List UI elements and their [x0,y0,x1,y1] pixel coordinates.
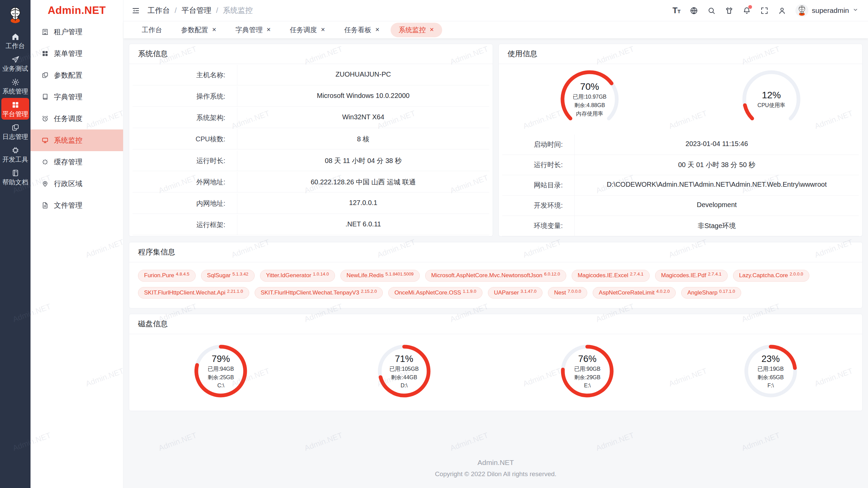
rail-item-log-mgmt[interactable]: 日志管理 [1,121,29,142]
rail-item-business-test[interactable]: 业务测试 [1,53,29,74]
close-icon[interactable]: ✕ [375,27,379,33]
sidebar-item-param-config[interactable]: 参数配置 [31,64,123,86]
assembly-name: SqlSugar [207,272,231,279]
assembly-version: 0.17.1.0 [719,289,735,294]
sidebar-item-label: 租户管理 [54,27,82,37]
info-row-label: 开发环境: [502,196,574,216]
assembly-tag: Lazy.Captcha.Core2.0.0.0 [733,270,809,282]
chip-icon [11,146,20,155]
system-info-title: 系统信息 [129,44,493,64]
collapse-menu-icon[interactable] [132,6,140,15]
assembly-version: 2.21.1.0 [227,289,243,294]
tab-task-board[interactable]: 任务看板✕ [336,23,388,37]
sidebar-item-admin-region[interactable]: 行政区域 [31,173,123,195]
sidebar-item-tenant-mgmt[interactable]: 租户管理 [31,21,123,43]
rail-item-platform-mgmt[interactable]: 平台管理 [1,98,29,120]
close-icon[interactable]: ✕ [321,27,325,33]
info-row-value: Development [574,196,859,216]
theme-icon[interactable] [725,6,733,15]
info-row-label: 内网地址: [133,194,237,214]
sidebar-item-label: 系统监控 [54,136,82,145]
info-row-value: 非Stage环境 [574,216,859,236]
disk-used: 已用:94GB [208,366,234,373]
rail-item-dev-tools[interactable]: 开发工具 [1,143,29,165]
assembly-version: 4.0.2.0 [656,289,670,294]
assembly-tag-list: Furion.Pure4.8.4.5SqlSugar5.1.3.42Yitter… [129,262,862,308]
tab-param-config[interactable]: 参数配置✕ [173,23,224,37]
sidebar-item-menu-mgmt[interactable]: 菜单管理 [31,43,123,64]
assembly-tag: Microsoft.AspNetCore.Mvc.NewtonsoftJson6… [425,270,566,282]
assembly-tag: SKIT.FlurlHttpClient.Wechat.TenpayV32.15… [255,287,383,299]
info-row-label: 运行时长: [133,151,237,171]
bell-icon[interactable] [743,6,751,15]
sidebar-item-dict-mgmt[interactable]: 字典管理 [31,86,123,108]
rail-item-system-mgmt[interactable]: 系统管理 [1,75,29,97]
sidebar-item-system-monitor[interactable]: 系统监控 [31,129,123,151]
assembly-tag: AngleSharp0.17.1.0 [681,287,741,299]
disk-text: 71%已用:105GB剩余:44GBD:\ [376,343,432,399]
info-row: 系统架构:Win32NT X64 [133,108,489,128]
breadcrumb-item[interactable]: 平台管理 [181,5,211,16]
font-size-icon[interactable]: TT [672,6,680,15]
info-row: 开发环境:Development [502,196,859,216]
assembly-tag: SqlSugar5.1.3.42 [201,270,255,282]
search-icon[interactable] [707,6,716,15]
language-icon[interactable] [690,6,698,15]
footer-copyright: Copyright © 2022 Dilon All rights reserv… [129,470,863,478]
profile-icon[interactable] [778,6,786,15]
monitor-icon [41,137,49,144]
assembly-tag: AspNetCoreRateLimit4.0.2.0 [593,287,676,299]
info-row: 外网地址:60.222.128.26 中国 山西 运城 联通 [133,172,489,192]
rail-item-label: 开发工具 [2,156,28,163]
rail-item-help-docs[interactable]: 帮助文档 [1,166,29,188]
close-icon[interactable]: ✕ [430,27,434,33]
brand-logo-text[interactable]: Admin.NET [31,0,123,21]
sidebar-item-file-mgmt[interactable]: 文件管理 [31,195,123,216]
disk-used: 已用:105GB [390,366,419,373]
sidebar-item-task-schedule[interactable]: 任务调度 [31,108,123,129]
tab-label: 参数配置 [181,25,208,35]
tab-dict-mgmt[interactable]: 字典管理✕ [227,23,279,37]
close-icon[interactable]: ✕ [212,27,216,33]
app-logo-mascot[interactable] [6,0,24,30]
user-menu[interactable]: superadmin [795,4,859,17]
info-row-value: Win32NT X64 [237,108,489,128]
assembly-name: Magicodes.IE.Pdf [661,272,706,279]
info-row-label: 主机名称: [133,65,237,85]
close-icon[interactable]: ✕ [266,27,271,33]
tab-system-monitor[interactable]: 系统监控✕ [391,23,442,37]
info-row: 操作系统:Microsoft Windows 10.0.22000 [133,86,489,107]
info-row-value: 2023-01-04 11:15:46 [574,135,859,155]
assembly-name: AspNetCoreRateLimit [599,290,654,296]
assemblies-card: 程序集信息 Furion.Pure4.8.4.5SqlSugar5.1.3.42… [129,242,863,308]
gauge-text: 12%CPU使用率 [741,69,802,130]
gauge-detail: CPU使用率 [757,102,785,109]
username: superadmin [812,6,849,15]
gauge-cpu: 12%CPU使用率 [741,69,802,130]
breadcrumb-item[interactable]: 工作台 [147,5,170,16]
rail-item-workbench[interactable]: 工作台 [1,30,29,52]
disk-text: 76%已用:90GB剩余:29GBE:\ [559,343,615,399]
breadcrumb-separator: / [175,6,177,15]
info-row: 内网地址:127.0.0.1 [133,194,489,214]
disk-free: 剩余:25GB [208,374,234,381]
info-row-value: 00 天 01 小时 38 分 50 秒 [574,155,859,175]
disk-free: 剩余:65GB [757,374,784,381]
info-row-value: D:\CODEWORK\Admin.NET\Admin.NET\Admin.NE… [574,175,859,196]
tab-task-schedule[interactable]: 任务调度✕ [282,23,333,37]
fullscreen-icon[interactable] [760,6,769,15]
assembly-version: 4.8.4.5 [176,272,190,277]
info-row-value: Microsoft Windows 10.0.22000 [237,86,489,107]
assembly-tag: Yitter.IdGenerator1.0.14.0 [260,270,335,282]
assembly-version: 2.15.2.0 [361,289,377,294]
sidebar-item-label: 参数配置 [54,70,82,80]
assembly-name: Furion.Pure [144,272,174,279]
grid-icon [11,101,20,109]
tab-workbench[interactable]: 工作台 [134,23,170,37]
assembly-tag: UAParser3.1.47.0 [488,287,543,299]
app-root: 工作台业务测试系统管理平台管理日志管理开发工具帮助文档 Admin.NET 租户… [0,0,868,488]
sidebar-item-cache-mgmt[interactable]: 缓存管理 [31,151,123,173]
assembly-name: AngleSharp [687,290,717,296]
page-footer: Admin.NET Copyright © 2022 Dilon All rig… [129,459,863,483]
tab-label: 任务看板 [344,25,371,35]
